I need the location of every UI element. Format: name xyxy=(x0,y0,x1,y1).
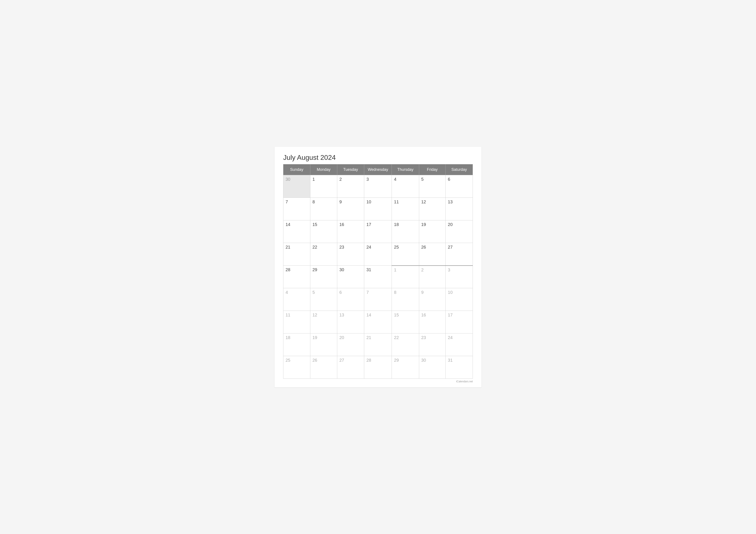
calendar-cell: 3 xyxy=(364,175,392,198)
calendar-cell: 22 xyxy=(392,333,419,356)
calendar-cell: 8 xyxy=(392,288,419,311)
calendar-row: 45678910 xyxy=(284,288,473,311)
header-cell-thursday: Thursday xyxy=(392,165,419,175)
calendar-cell: 3 xyxy=(446,266,473,288)
calendar-cell: 6 xyxy=(446,175,473,198)
calendar-cell: 28 xyxy=(364,356,392,379)
calendar-cell: 27 xyxy=(446,243,473,266)
calendar-cell: 24 xyxy=(364,243,392,266)
header-cell-monday: Monday xyxy=(310,165,337,175)
calendar-cell: 18 xyxy=(284,333,310,356)
calendar-header: SundayMondayTuesdayWednesdayThursdayFrid… xyxy=(284,165,473,175)
calendar-cell: 16 xyxy=(337,220,364,243)
calendar-cell: 11 xyxy=(392,198,419,220)
calendar-title: July August 2024 xyxy=(283,154,473,162)
calendar-cell: 19 xyxy=(310,333,337,356)
calendar-cell: 27 xyxy=(337,356,364,379)
calendar-cell: 14 xyxy=(364,311,392,333)
calendar-row: 11121314151617 xyxy=(284,311,473,333)
calendar-cell: 29 xyxy=(310,266,337,288)
calendar-cell: 8 xyxy=(310,198,337,220)
calendar-cell: 6 xyxy=(337,288,364,311)
calendar-cell: 13 xyxy=(337,311,364,333)
calendar-cell: 2 xyxy=(337,175,364,198)
calendar-cell: 2 xyxy=(419,266,446,288)
calendar-cell: 7 xyxy=(364,288,392,311)
header-cell-wednesday: Wednesday xyxy=(364,165,392,175)
calendar-container: July August 2024 SundayMondayTuesdayWedn… xyxy=(275,147,481,387)
calendar-cell: 18 xyxy=(392,220,419,243)
watermark: iCalendars.net xyxy=(283,380,473,383)
calendar-cell: 12 xyxy=(419,198,446,220)
calendar-row: 30123456 xyxy=(284,175,473,198)
calendar-cell: 20 xyxy=(337,333,364,356)
calendar-cell: 30 xyxy=(337,266,364,288)
calendar-row: 25262728293031 xyxy=(284,356,473,379)
calendar-cell: 21 xyxy=(364,333,392,356)
calendar-cell: 31 xyxy=(446,356,473,379)
calendar-cell: 17 xyxy=(446,311,473,333)
calendar-cell: 24 xyxy=(446,333,473,356)
calendar-cell: 7 xyxy=(284,198,310,220)
calendar-cell: 23 xyxy=(419,333,446,356)
calendar-table: SundayMondayTuesdayWednesdayThursdayFrid… xyxy=(283,164,473,379)
calendar-cell: 15 xyxy=(310,220,337,243)
calendar-row: 78910111213 xyxy=(284,198,473,220)
calendar-cell: 30 xyxy=(284,175,310,198)
calendar-cell: 14 xyxy=(284,220,310,243)
calendar-cell: 26 xyxy=(310,356,337,379)
calendar-cell: 12 xyxy=(310,311,337,333)
calendar-cell: 1 xyxy=(392,266,419,288)
calendar-cell: 25 xyxy=(392,243,419,266)
calendar-cell: 20 xyxy=(446,220,473,243)
calendar-cell: 1 xyxy=(310,175,337,198)
calendar-cell: 5 xyxy=(419,175,446,198)
calendar-cell: 31 xyxy=(364,266,392,288)
calendar-cell: 10 xyxy=(364,198,392,220)
header-cell-saturday: Saturday xyxy=(446,165,473,175)
calendar-cell: 23 xyxy=(337,243,364,266)
header-cell-friday: Friday xyxy=(419,165,446,175)
calendar-cell: 28 xyxy=(284,266,310,288)
calendar-cell: 15 xyxy=(392,311,419,333)
header-cell-tuesday: Tuesday xyxy=(337,165,364,175)
calendar-cell: 9 xyxy=(337,198,364,220)
calendar-row: 28293031123 xyxy=(284,266,473,288)
calendar-cell: 21 xyxy=(284,243,310,266)
calendar-row: 14151617181920 xyxy=(284,220,473,243)
calendar-body: 3012345678910111213141516171819202122232… xyxy=(284,175,473,379)
calendar-row: 21222324252627 xyxy=(284,243,473,266)
header-row: SundayMondayTuesdayWednesdayThursdayFrid… xyxy=(284,165,473,175)
header-cell-sunday: Sunday xyxy=(284,165,310,175)
calendar-cell: 11 xyxy=(284,311,310,333)
calendar-cell: 16 xyxy=(419,311,446,333)
calendar-cell: 29 xyxy=(392,356,419,379)
calendar-cell: 9 xyxy=(419,288,446,311)
calendar-cell: 17 xyxy=(364,220,392,243)
calendar-cell: 4 xyxy=(392,175,419,198)
calendar-cell: 4 xyxy=(284,288,310,311)
calendar-cell: 13 xyxy=(446,198,473,220)
calendar-cell: 5 xyxy=(310,288,337,311)
calendar-cell: 22 xyxy=(310,243,337,266)
calendar-cell: 25 xyxy=(284,356,310,379)
calendar-cell: 19 xyxy=(419,220,446,243)
calendar-cell: 30 xyxy=(419,356,446,379)
calendar-cell: 26 xyxy=(419,243,446,266)
calendar-row: 18192021222324 xyxy=(284,333,473,356)
calendar-cell: 10 xyxy=(446,288,473,311)
